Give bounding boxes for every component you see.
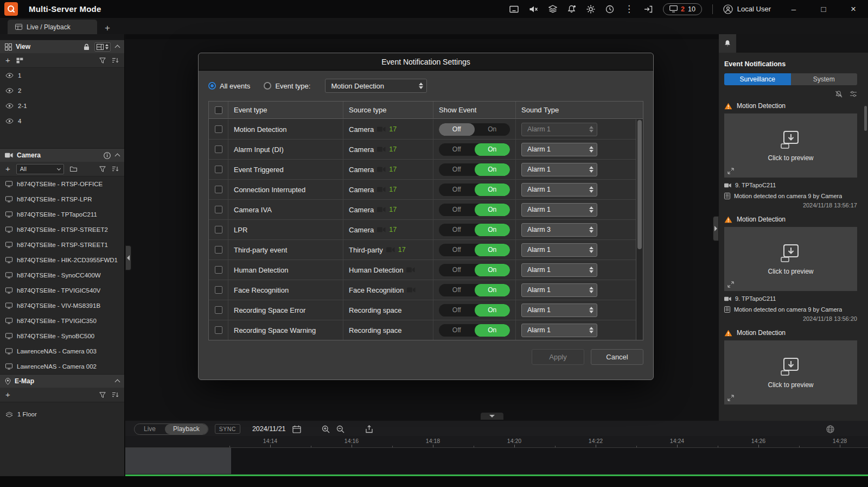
expand-icon[interactable] — [727, 281, 734, 288]
tab-live-playback[interactable]: Live / Playback — [8, 20, 97, 34]
show-event-toggle[interactable]: Off On — [439, 304, 510, 317]
close-button[interactable]: × — [846, 4, 860, 15]
sync-button[interactable]: SYNC — [215, 424, 240, 434]
view-tiles-icon[interactable] — [16, 58, 23, 64]
timeline-track[interactable] — [125, 448, 868, 474]
zoom-in-icon[interactable] — [322, 425, 330, 433]
event-type-radio[interactable]: Event type: — [264, 82, 310, 90]
tab-surveillance[interactable]: Surveillance — [724, 73, 791, 85]
select-all-checkbox[interactable] — [215, 106, 222, 114]
collapse-camera-section-icon[interactable] — [115, 154, 120, 159]
camera-item[interactable]: h874QTSElite - SynoCC400W — [0, 268, 124, 283]
camera-item[interactable]: h874QTSElite - TPVIGIC350 — [0, 313, 124, 328]
camera-item[interactable]: h874QTSElite - RTSP-LPR — [0, 192, 124, 207]
camera-item[interactable]: h874QTSElite - TPTapoC211 — [0, 207, 124, 222]
camera-item[interactable]: h874QTSElite - RTSP-OFFICE — [0, 176, 124, 192]
camera-item[interactable]: LawrenceNAS - Camera 003 — [0, 344, 124, 359]
minimize-button[interactable]: – — [787, 4, 801, 14]
display-mode-icon[interactable] — [509, 5, 519, 13]
sidebar-collapse-handle[interactable] — [125, 245, 131, 270]
event-preview[interactable]: Click to preview — [724, 113, 857, 178]
camera-item[interactable]: h874QTSElite - RTSP-STREET1 — [0, 237, 124, 252]
scrollbar-thumb[interactable] — [864, 106, 867, 131]
event-preview[interactable]: Click to preview — [724, 227, 857, 291]
add-camera-button[interactable]: + — [5, 166, 10, 172]
view-item-4[interactable]: 4 — [0, 113, 124, 129]
scrollbar-thumb[interactable] — [637, 120, 642, 249]
settings-gear-icon[interactable] — [586, 5, 595, 14]
event-preview[interactable]: Click to preview — [724, 340, 857, 404]
expand-icon[interactable] — [727, 395, 734, 401]
table-scrollbar[interactable] — [636, 119, 643, 340]
row-checkbox[interactable] — [215, 266, 222, 274]
maximize-button[interactable]: □ — [816, 4, 831, 14]
row-checkbox[interactable] — [215, 186, 222, 193]
collapse-emap-section-icon[interactable] — [115, 380, 120, 385]
tab-system[interactable]: System — [791, 73, 858, 85]
show-event-toggle[interactable]: Off On — [439, 143, 510, 156]
layout-selector[interactable] — [94, 42, 111, 52]
cancel-button[interactable]: Cancel — [591, 349, 643, 365]
logout-icon[interactable] — [644, 5, 653, 13]
layers-icon[interactable] — [548, 5, 557, 13]
apply-button[interactable]: Apply — [532, 349, 584, 365]
show-event-toggle[interactable]: Off On — [439, 204, 510, 216]
sound-type-select[interactable]: Alarm 1 — [521, 163, 597, 176]
show-event-toggle[interactable]: Off On — [439, 184, 510, 196]
sound-type-select[interactable]: Alarm 1 — [521, 303, 597, 317]
view-section-header[interactable]: View — [0, 40, 124, 53]
view-item-1[interactable]: 1 — [0, 68, 124, 83]
sort-icon[interactable] — [112, 166, 119, 172]
notification-card[interactable]: Motion Detection Click to preview 9. TPT… — [724, 216, 857, 322]
row-checkbox[interactable] — [215, 125, 222, 133]
timeline-ruler[interactable]: 14:1414:1614:1814:2014:2214:2414:2614:28 — [125, 436, 868, 448]
show-event-toggle[interactable]: Off On — [439, 163, 510, 176]
panel-collapse-handle[interactable] — [713, 216, 719, 241]
row-checkbox[interactable] — [215, 146, 222, 153]
export-icon[interactable] — [365, 425, 373, 433]
mute-icon[interactable] — [529, 5, 538, 13]
mute-notifications-icon[interactable] — [835, 91, 843, 98]
live-button[interactable]: Live — [135, 424, 165, 434]
layout-spinner[interactable] — [105, 44, 108, 49]
system-status-icon[interactable] — [605, 5, 614, 14]
expand-icon[interactable] — [727, 168, 734, 174]
sound-type-select[interactable]: Alarm 1 — [521, 243, 597, 257]
tab-event-notifications[interactable] — [719, 34, 736, 53]
filter-icon[interactable] — [99, 58, 106, 64]
notification-card[interactable]: Motion Detection Click to preview — [724, 329, 857, 404]
new-tab-button[interactable]: + — [105, 24, 110, 32]
row-checkbox[interactable] — [215, 206, 222, 213]
notification-filter-icon[interactable] — [850, 91, 857, 97]
sound-type-select[interactable]: Alarm 1 — [521, 123, 597, 136]
camera-item[interactable]: h874QTSElite - SynoBC500 — [0, 328, 124, 344]
add-emap-button[interactable]: + — [5, 391, 10, 398]
view-item-2-1[interactable]: 2-1 — [0, 98, 124, 113]
sound-type-select[interactable]: Alarm 1 — [521, 143, 597, 156]
qnap-logo[interactable] — [4, 2, 18, 16]
user-menu[interactable]: Local User — [723, 4, 771, 14]
camera-item[interactable]: LawrenceNAS - Camera 002 — [0, 359, 124, 374]
timezone-globe-icon[interactable] — [826, 425, 834, 433]
show-event-toggle[interactable]: Off On — [439, 324, 510, 337]
notification-card[interactable]: Motion Detection Click to preview 9. TPT… — [724, 102, 857, 208]
camera-item[interactable]: h874QTSElite - HIK-2CD3955FWD1 — [0, 252, 124, 268]
folder-icon[interactable] — [70, 166, 77, 172]
all-events-radio[interactable]: All events — [208, 82, 250, 90]
camera-filter-select[interactable]: All — [16, 164, 64, 174]
calendar-icon[interactable] — [292, 425, 301, 433]
sound-type-select[interactable]: Alarm 1 — [521, 324, 597, 337]
show-event-toggle[interactable]: Off On — [439, 264, 510, 276]
playback-button[interactable]: Playback — [165, 424, 208, 434]
emap-section-header[interactable]: E-Map — [0, 374, 124, 388]
collapse-timeline-tab[interactable] — [481, 413, 503, 420]
view-item-2[interactable]: 2 — [0, 83, 124, 98]
add-view-button[interactable]: + — [5, 57, 10, 64]
lock-icon[interactable] — [84, 43, 90, 50]
camera-item[interactable]: h874QTSElite - RTSP-STREET2 — [0, 222, 124, 237]
filter-icon[interactable] — [99, 392, 106, 398]
filter-icon[interactable] — [99, 166, 106, 172]
row-checkbox[interactable] — [215, 246, 222, 254]
row-checkbox[interactable] — [215, 286, 222, 294]
sound-type-select[interactable]: Alarm 1 — [521, 263, 597, 277]
